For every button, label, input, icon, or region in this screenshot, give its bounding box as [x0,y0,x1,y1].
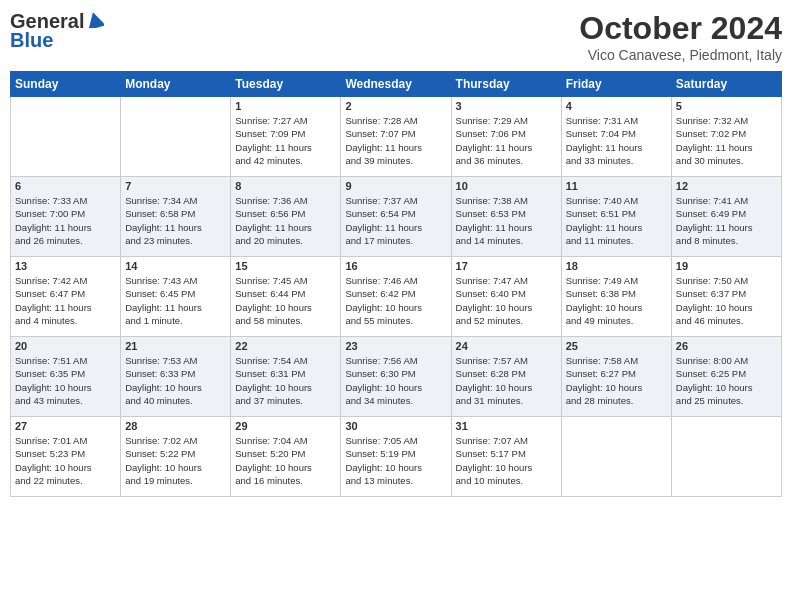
day-info-text: Sunrise: 7:01 AMSunset: 5:23 PMDaylight:… [15,434,116,487]
day-number: 19 [676,260,777,272]
day-number: 3 [456,100,557,112]
day-number: 29 [235,420,336,432]
calendar-day-cell: 31Sunrise: 7:07 AMSunset: 5:17 PMDayligh… [451,417,561,497]
col-monday: Monday [121,72,231,97]
col-thursday: Thursday [451,72,561,97]
day-number: 7 [125,180,226,192]
day-info-text: Sunrise: 7:43 AMSunset: 6:45 PMDaylight:… [125,274,226,327]
day-info-text: Sunrise: 7:46 AMSunset: 6:42 PMDaylight:… [345,274,446,327]
col-wednesday: Wednesday [341,72,451,97]
day-info-text: Sunrise: 7:45 AMSunset: 6:44 PMDaylight:… [235,274,336,327]
day-info-text: Sunrise: 7:28 AMSunset: 7:07 PMDaylight:… [345,114,446,167]
day-info-text: Sunrise: 7:53 AMSunset: 6:33 PMDaylight:… [125,354,226,407]
day-number: 26 [676,340,777,352]
day-number: 25 [566,340,667,352]
logo-blue-text: Blue [10,29,53,52]
calendar-day-cell: 18Sunrise: 7:49 AMSunset: 6:38 PMDayligh… [561,257,671,337]
calendar-day-cell: 2Sunrise: 7:28 AMSunset: 7:07 PMDaylight… [341,97,451,177]
day-info-text: Sunrise: 7:51 AMSunset: 6:35 PMDaylight:… [15,354,116,407]
calendar-day-cell: 15Sunrise: 7:45 AMSunset: 6:44 PMDayligh… [231,257,341,337]
col-tuesday: Tuesday [231,72,341,97]
day-info-text: Sunrise: 7:27 AMSunset: 7:09 PMDaylight:… [235,114,336,167]
calendar-week-row: 1Sunrise: 7:27 AMSunset: 7:09 PMDaylight… [11,97,782,177]
day-number: 23 [345,340,446,352]
day-number: 24 [456,340,557,352]
day-info-text: Sunrise: 7:58 AMSunset: 6:27 PMDaylight:… [566,354,667,407]
calendar-day-cell: 24Sunrise: 7:57 AMSunset: 6:28 PMDayligh… [451,337,561,417]
day-info-text: Sunrise: 7:41 AMSunset: 6:49 PMDaylight:… [676,194,777,247]
day-number: 5 [676,100,777,112]
day-number: 6 [15,180,116,192]
calendar-day-cell: 9Sunrise: 7:37 AMSunset: 6:54 PMDaylight… [341,177,451,257]
calendar-day-cell: 7Sunrise: 7:34 AMSunset: 6:58 PMDaylight… [121,177,231,257]
calendar-table: Sunday Monday Tuesday Wednesday Thursday… [10,71,782,497]
calendar-day-cell: 28Sunrise: 7:02 AMSunset: 5:22 PMDayligh… [121,417,231,497]
calendar-day-cell: 13Sunrise: 7:42 AMSunset: 6:47 PMDayligh… [11,257,121,337]
day-info-text: Sunrise: 7:40 AMSunset: 6:51 PMDaylight:… [566,194,667,247]
day-number: 9 [345,180,446,192]
day-number: 10 [456,180,557,192]
calendar-day-cell: 1Sunrise: 7:27 AMSunset: 7:09 PMDaylight… [231,97,341,177]
col-friday: Friday [561,72,671,97]
day-info-text: Sunrise: 7:50 AMSunset: 6:37 PMDaylight:… [676,274,777,327]
day-info-text: Sunrise: 7:07 AMSunset: 5:17 PMDaylight:… [456,434,557,487]
day-info-text: Sunrise: 7:47 AMSunset: 6:40 PMDaylight:… [456,274,557,327]
day-info-text: Sunrise: 7:49 AMSunset: 6:38 PMDaylight:… [566,274,667,327]
calendar-day-cell: 29Sunrise: 7:04 AMSunset: 5:20 PMDayligh… [231,417,341,497]
calendar-day-cell: 12Sunrise: 7:41 AMSunset: 6:49 PMDayligh… [671,177,781,257]
day-info-text: Sunrise: 7:38 AMSunset: 6:53 PMDaylight:… [456,194,557,247]
day-info-text: Sunrise: 7:32 AMSunset: 7:02 PMDaylight:… [676,114,777,167]
svg-marker-0 [86,12,104,28]
day-number: 13 [15,260,116,272]
calendar-day-cell [561,417,671,497]
day-info-text: Sunrise: 7:34 AMSunset: 6:58 PMDaylight:… [125,194,226,247]
page-header: General Blue October 2024 Vico Canavese,… [10,10,782,63]
day-number: 8 [235,180,336,192]
calendar-day-cell: 10Sunrise: 7:38 AMSunset: 6:53 PMDayligh… [451,177,561,257]
day-info-text: Sunrise: 7:56 AMSunset: 6:30 PMDaylight:… [345,354,446,407]
day-number: 28 [125,420,226,432]
calendar-week-row: 27Sunrise: 7:01 AMSunset: 5:23 PMDayligh… [11,417,782,497]
day-number: 27 [15,420,116,432]
calendar-day-cell: 4Sunrise: 7:31 AMSunset: 7:04 PMDaylight… [561,97,671,177]
col-sunday: Sunday [11,72,121,97]
calendar-day-cell: 20Sunrise: 7:51 AMSunset: 6:35 PMDayligh… [11,337,121,417]
day-number: 17 [456,260,557,272]
month-title: October 2024 [579,10,782,47]
calendar-week-row: 20Sunrise: 7:51 AMSunset: 6:35 PMDayligh… [11,337,782,417]
day-info-text: Sunrise: 7:29 AMSunset: 7:06 PMDaylight:… [456,114,557,167]
day-number: 31 [456,420,557,432]
title-section: October 2024 Vico Canavese, Piedmont, It… [579,10,782,63]
day-number: 12 [676,180,777,192]
calendar-day-cell: 25Sunrise: 7:58 AMSunset: 6:27 PMDayligh… [561,337,671,417]
day-info-text: Sunrise: 7:57 AMSunset: 6:28 PMDaylight:… [456,354,557,407]
calendar-day-cell: 30Sunrise: 7:05 AMSunset: 5:19 PMDayligh… [341,417,451,497]
day-number: 21 [125,340,226,352]
calendar-day-cell: 22Sunrise: 7:54 AMSunset: 6:31 PMDayligh… [231,337,341,417]
day-number: 11 [566,180,667,192]
day-number: 20 [15,340,116,352]
day-info-text: Sunrise: 7:37 AMSunset: 6:54 PMDaylight:… [345,194,446,247]
calendar-day-cell: 21Sunrise: 7:53 AMSunset: 6:33 PMDayligh… [121,337,231,417]
calendar-week-row: 13Sunrise: 7:42 AMSunset: 6:47 PMDayligh… [11,257,782,337]
calendar-day-cell: 6Sunrise: 7:33 AMSunset: 7:00 PMDaylight… [11,177,121,257]
day-number: 16 [345,260,446,272]
calendar-day-cell: 27Sunrise: 7:01 AMSunset: 5:23 PMDayligh… [11,417,121,497]
calendar-day-cell: 3Sunrise: 7:29 AMSunset: 7:06 PMDaylight… [451,97,561,177]
day-info-text: Sunrise: 7:42 AMSunset: 6:47 PMDaylight:… [15,274,116,327]
day-number: 1 [235,100,336,112]
logo-triangle-icon [86,12,104,32]
day-info-text: Sunrise: 7:05 AMSunset: 5:19 PMDaylight:… [345,434,446,487]
location-text: Vico Canavese, Piedmont, Italy [579,47,782,63]
logo: General Blue [10,10,104,52]
calendar-day-cell: 26Sunrise: 8:00 AMSunset: 6:25 PMDayligh… [671,337,781,417]
calendar-day-cell: 14Sunrise: 7:43 AMSunset: 6:45 PMDayligh… [121,257,231,337]
day-info-text: Sunrise: 7:36 AMSunset: 6:56 PMDaylight:… [235,194,336,247]
day-number: 15 [235,260,336,272]
day-info-text: Sunrise: 7:31 AMSunset: 7:04 PMDaylight:… [566,114,667,167]
calendar-day-cell: 17Sunrise: 7:47 AMSunset: 6:40 PMDayligh… [451,257,561,337]
calendar-day-cell [121,97,231,177]
calendar-day-cell [671,417,781,497]
day-number: 2 [345,100,446,112]
calendar-day-cell: 8Sunrise: 7:36 AMSunset: 6:56 PMDaylight… [231,177,341,257]
